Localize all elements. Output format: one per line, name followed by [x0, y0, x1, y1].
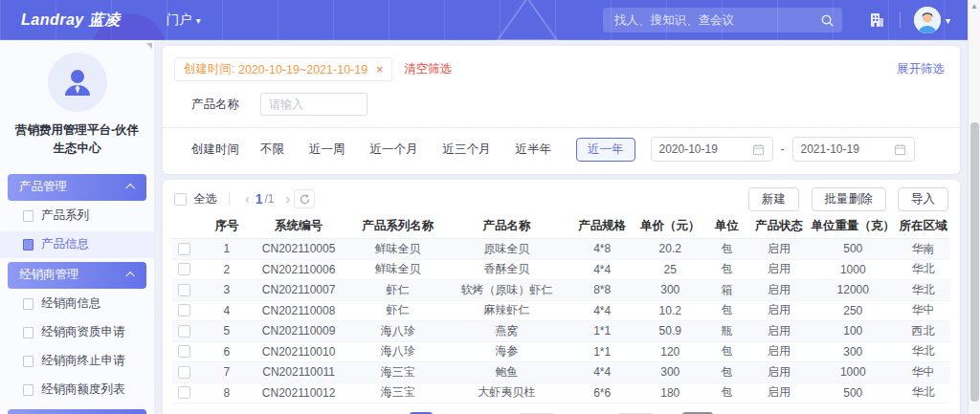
cell-spec: 6*6: [569, 386, 635, 400]
sidebar-menu-item[interactable]: 经销商信息: [0, 291, 154, 317]
time-range-option[interactable]: 近一周: [309, 142, 345, 158]
cell-seq: 6: [208, 345, 247, 359]
table-row[interactable]: 8 CN202110012 海三宝 大虾夷贝柱 6*6 180 包 启用 500…: [172, 383, 950, 404]
sidebar-menu-item[interactable]: 经销商额度列表: [0, 377, 154, 403]
sidebar: 营销费用管理平台-伙伴生态中心 产品管理 产品系列 产品信息: [0, 40, 155, 414]
cell-series-name: 海八珍: [351, 343, 445, 360]
column-header[interactable]: 产品规格: [569, 218, 635, 234]
column-header[interactable]: 产品系列名称: [351, 218, 445, 234]
header-decor-triangle: [494, 0, 561, 40]
product-list-panel: 全选 ‹ 1 /1 ›: [163, 180, 960, 414]
time-range-option[interactable]: 近一个月: [370, 142, 418, 158]
column-header[interactable]: 所在区域: [896, 218, 950, 234]
cell-series-name: 海三宝: [351, 364, 445, 381]
time-range-option[interactable]: 近三个月: [443, 142, 491, 158]
portal-menu[interactable]: 门户 ▾: [167, 11, 201, 29]
caret-down-icon: ▾: [196, 15, 201, 26]
search-icon[interactable]: [820, 13, 835, 28]
sidebar-collapse-handle[interactable]: [146, 43, 152, 49]
row-checkbox[interactable]: [178, 304, 190, 316]
next-page-icon[interactable]: ›: [281, 191, 294, 207]
doc-icon: [23, 298, 33, 310]
row-checkbox[interactable]: [178, 325, 190, 338]
cell-product-name: 海参: [445, 343, 569, 360]
portal-menu-label: 门户: [167, 11, 192, 29]
select-all-checkbox[interactable]: [174, 193, 187, 206]
table-row[interactable]: 1 CN202110005 鲜味全贝 原味全贝 4*8 20.2 包 启用 50…: [172, 239, 950, 260]
sidebar-menu-item[interactable]: 产品系列: [0, 203, 154, 229]
section-label: 产品管理: [19, 179, 67, 195]
product-name-input[interactable]: [260, 93, 368, 116]
action-button[interactable]: 新建: [748, 187, 799, 211]
cell-system-code: CN202110009: [246, 324, 351, 338]
cell-status: 启用: [748, 261, 811, 277]
table-row[interactable]: 2 CN202110006 鲜味全贝 香酥全贝 4*4 25 包 启用 1000…: [172, 260, 950, 281]
sidebar-section-product-mgmt[interactable]: 产品管理: [8, 174, 146, 201]
close-icon[interactable]: ×: [376, 63, 383, 76]
row-checkbox[interactable]: [178, 386, 190, 399]
cell-unit: 包: [705, 364, 748, 381]
table-row[interactable]: 4 CN202110008 虾仁 麻辣虾仁 4*4 10.2 包 启用 250 …: [172, 301, 950, 322]
cell-seq: 2: [208, 263, 247, 276]
cell-status: 启用: [748, 302, 811, 318]
date-to-value: 2021-10-19: [801, 142, 859, 156]
row-checkbox[interactable]: [178, 345, 190, 358]
table-row[interactable]: 6 CN202110010 海八珍 海参 1*1 120 包 启用 300 华北: [172, 342, 950, 363]
expand-filters-link[interactable]: 展开筛选: [897, 61, 945, 77]
column-header[interactable]: 系统编号: [246, 218, 351, 234]
cell-system-code: CN202110008: [246, 304, 351, 317]
sidebar-section-dealer-mgmt[interactable]: 经销商管理: [8, 262, 146, 289]
search-input[interactable]: [614, 13, 820, 27]
column-header[interactable]: 产品名称: [445, 218, 569, 234]
cell-unit: 包: [705, 302, 748, 318]
cell-unit-price: 300: [635, 283, 705, 296]
scroll-up-arrow[interactable]: ▲: [970, 2, 978, 11]
sidebar-menu-item[interactable]: 产品信息: [0, 231, 154, 258]
user-menu[interactable]: ▾: [914, 7, 950, 33]
toolbar-divider: [229, 192, 230, 206]
sidebar-menu-item[interactable]: 经销商终止申请: [0, 348, 154, 375]
workspace-avatar: [48, 53, 107, 112]
column-header[interactable]: 单位重量（克）: [811, 218, 896, 234]
user-avatar[interactable]: [914, 7, 941, 33]
column-header[interactable]: 产品状态: [748, 218, 811, 234]
page-scrollbar[interactable]: ▲: [968, 0, 980, 414]
cell-unit-weight: 500: [811, 386, 896, 400]
row-checkbox[interactable]: [178, 284, 190, 296]
global-search[interactable]: [603, 8, 842, 33]
table-row[interactable]: 7 CN202110011 海三宝 鲍鱼 4*4 300 包 启用 1000 华…: [172, 362, 950, 383]
column-header[interactable]: 单位: [705, 218, 748, 234]
doc-icon: [23, 384, 33, 396]
cell-unit-weight: 300: [811, 345, 896, 359]
row-checkbox[interactable]: [178, 263, 190, 275]
cell-unit-weight: 1000: [811, 263, 896, 276]
date-to-picker[interactable]: 2021-10-19: [792, 137, 915, 162]
cell-system-code: CN202110012: [246, 386, 351, 400]
action-button[interactable]: 导入: [898, 187, 948, 211]
filter-tag-label: 创建时间:: [184, 61, 234, 77]
row-checkbox[interactable]: [178, 243, 190, 255]
cell-unit-price: 25: [635, 263, 705, 276]
date-from-picker[interactable]: 2020-10-19: [651, 137, 773, 162]
table-row[interactable]: 3 CN202110007 虾仁 软烤（原味）虾仁 8*8 300 箱 启用 1…: [172, 280, 950, 301]
cell-unit-price: 50.9: [635, 324, 705, 338]
time-range-option[interactable]: 近半年: [516, 142, 552, 158]
column-header[interactable]: 序号: [208, 218, 247, 234]
menu-item-label: 产品信息: [41, 236, 89, 252]
prev-page-icon[interactable]: ‹: [241, 191, 254, 207]
sidebar-menu-item[interactable]: 经销商资质申请: [0, 319, 154, 346]
row-checkbox[interactable]: [178, 366, 190, 379]
time-range-option[interactable]: 近一年: [576, 138, 635, 162]
refresh-button[interactable]: [294, 189, 315, 208]
sidebar-section-next[interactable]: [8, 409, 146, 414]
clear-filters-link[interactable]: 清空筛选: [404, 61, 452, 77]
filter-tag-value: 2020-10-19~2021-10-19: [238, 63, 368, 76]
org-building-icon[interactable]: [867, 11, 886, 30]
table-row[interactable]: 5 CN202110009 海八珍 燕窝 1*1 50.9 瓶 启用 100 西…: [172, 321, 950, 342]
cell-status: 启用: [748, 364, 811, 381]
time-range-option[interactable]: 不限: [260, 142, 284, 158]
app-logo[interactable]: Landray 蓝凌: [21, 11, 121, 31]
action-button[interactable]: 批量删除: [812, 187, 886, 211]
scrollbar-thumb[interactable]: [970, 122, 979, 402]
column-header[interactable]: 单价（元）: [635, 218, 705, 234]
